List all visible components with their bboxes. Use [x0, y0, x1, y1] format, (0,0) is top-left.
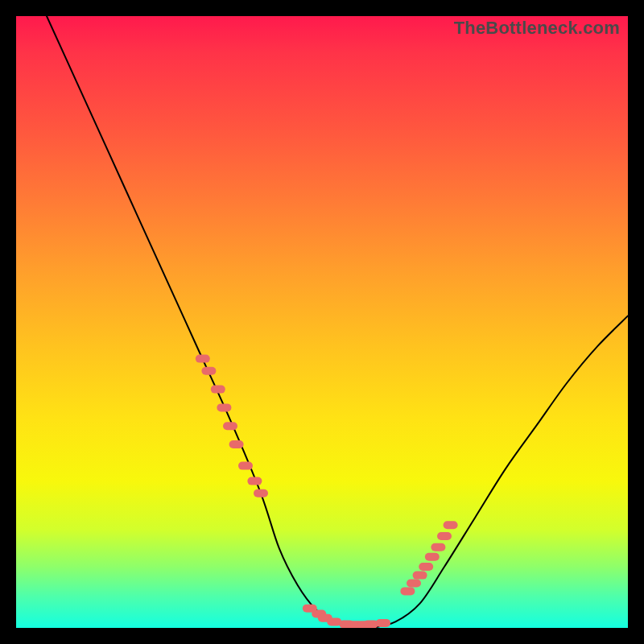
marker-dot	[444, 521, 458, 529]
marker-dot	[407, 580, 421, 588]
marker-dot	[238, 462, 253, 470]
marker-dot	[217, 403, 231, 411]
marker-dot	[229, 440, 244, 448]
marker-dot	[254, 489, 268, 497]
marker-dot	[211, 386, 225, 394]
chart-svg	[16, 16, 628, 628]
marker-dot	[196, 355, 210, 363]
highlight-dots	[196, 355, 458, 628]
marker-dot	[437, 532, 452, 540]
marker-dot	[431, 543, 445, 551]
marker-dot	[247, 477, 262, 485]
marker-dot	[223, 422, 237, 430]
marker-dot	[400, 587, 415, 595]
marker-dot	[364, 620, 378, 628]
outer-frame: TheBottleneck.com	[0, 0, 644, 644]
bottleneck-curve	[47, 16, 628, 628]
marker-dot	[419, 563, 433, 571]
marker-dot	[201, 367, 216, 375]
marker-dot	[376, 619, 390, 627]
marker-dot	[413, 572, 427, 580]
plot-area: TheBottleneck.com	[16, 16, 628, 628]
marker-dot	[425, 553, 440, 561]
